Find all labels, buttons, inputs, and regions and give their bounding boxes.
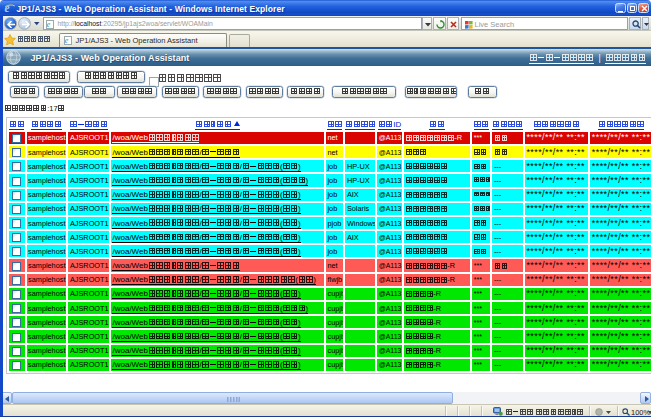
svg-text:e: e (4, 2, 9, 14)
svg-text:e: e (47, 20, 51, 29)
svg-text:e: e (64, 36, 68, 45)
